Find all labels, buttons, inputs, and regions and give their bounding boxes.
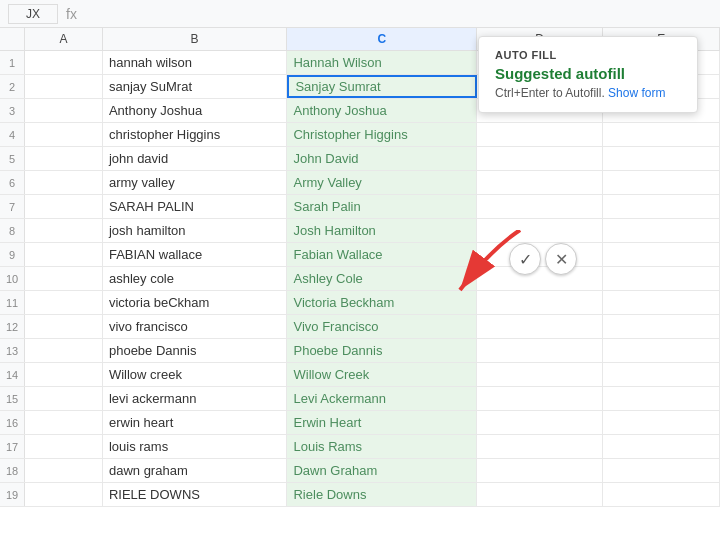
- cell-e[interactable]: [603, 267, 720, 290]
- table-row[interactable]: 12vivo franciscoVivo Francisco: [0, 315, 720, 339]
- cell-d[interactable]: [477, 291, 603, 314]
- cell-d[interactable]: [477, 171, 603, 194]
- cell-c[interactable]: Dawn Graham: [287, 459, 476, 482]
- cell-b[interactable]: hannah wilson: [103, 51, 288, 74]
- cell-b[interactable]: ashley cole: [103, 267, 288, 290]
- cell-b[interactable]: john david: [103, 147, 288, 170]
- cell-b[interactable]: Willow creek: [103, 363, 288, 386]
- show-form-link[interactable]: Show form: [608, 86, 665, 100]
- table-row[interactable]: 13phoebe DannisPhoebe Dannis: [0, 339, 720, 363]
- cell-c[interactable]: Ashley Cole: [287, 267, 476, 290]
- cell-e[interactable]: [603, 483, 720, 506]
- cell-c[interactable]: Sanjay Sumrat: [287, 75, 476, 98]
- cell-a[interactable]: [25, 291, 103, 314]
- cell-c[interactable]: Erwin Heart: [287, 411, 476, 434]
- cell-a[interactable]: [25, 339, 103, 362]
- table-row[interactable]: 4christopher HigginsChristopher Higgins: [0, 123, 720, 147]
- cell-c[interactable]: Victoria Beckham: [287, 291, 476, 314]
- table-row[interactable]: 18dawn grahamDawn Graham: [0, 459, 720, 483]
- cell-reference[interactable]: JX: [8, 4, 58, 24]
- cell-b[interactable]: phoebe Dannis: [103, 339, 288, 362]
- cell-c[interactable]: Phoebe Dannis: [287, 339, 476, 362]
- cell-b[interactable]: Anthony Joshua: [103, 99, 288, 122]
- table-row[interactable]: 15levi ackermannLevi Ackermann: [0, 387, 720, 411]
- cell-b[interactable]: RIELE DOWNS: [103, 483, 288, 506]
- cell-e[interactable]: [603, 315, 720, 338]
- cell-d[interactable]: [477, 219, 603, 242]
- cell-c[interactable]: Vivo Francisco: [287, 315, 476, 338]
- cell-a[interactable]: [25, 123, 103, 146]
- col-header-b[interactable]: B: [103, 28, 288, 50]
- cell-a[interactable]: [25, 171, 103, 194]
- table-row[interactable]: 17louis ramsLouis Rams: [0, 435, 720, 459]
- cell-a[interactable]: [25, 219, 103, 242]
- cell-b[interactable]: FABIAN wallace: [103, 243, 288, 266]
- table-row[interactable]: 16erwin heartErwin Heart: [0, 411, 720, 435]
- cell-e[interactable]: [603, 195, 720, 218]
- cell-c[interactable]: Louis Rams: [287, 435, 476, 458]
- cell-a[interactable]: [25, 363, 103, 386]
- cell-a[interactable]: [25, 99, 103, 122]
- cell-b[interactable]: sanjay SuMrat: [103, 75, 288, 98]
- cell-b[interactable]: victoria beCkham: [103, 291, 288, 314]
- cell-d[interactable]: [477, 147, 603, 170]
- cell-a[interactable]: [25, 483, 103, 506]
- cell-a[interactable]: [25, 387, 103, 410]
- cell-e[interactable]: [603, 411, 720, 434]
- cell-a[interactable]: [25, 243, 103, 266]
- cell-d[interactable]: [477, 435, 603, 458]
- cell-c[interactable]: Sarah Palin: [287, 195, 476, 218]
- table-row[interactable]: 11victoria beCkhamVictoria Beckham: [0, 291, 720, 315]
- cell-b[interactable]: army valley: [103, 171, 288, 194]
- cell-e[interactable]: [603, 339, 720, 362]
- cell-c[interactable]: Levi Ackermann: [287, 387, 476, 410]
- cell-b[interactable]: dawn graham: [103, 459, 288, 482]
- cell-b[interactable]: vivo francisco: [103, 315, 288, 338]
- cell-b[interactable]: levi ackermann: [103, 387, 288, 410]
- cell-b[interactable]: SARAH PALIN: [103, 195, 288, 218]
- cell-e[interactable]: [603, 219, 720, 242]
- cell-d[interactable]: [477, 363, 603, 386]
- cell-d[interactable]: [477, 339, 603, 362]
- cell-d[interactable]: [477, 387, 603, 410]
- table-row[interactable]: 14Willow creekWillow Creek: [0, 363, 720, 387]
- cell-c[interactable]: Josh Hamilton: [287, 219, 476, 242]
- cell-a[interactable]: [25, 51, 103, 74]
- table-row[interactable]: 6army valleyArmy Valley: [0, 171, 720, 195]
- cell-e[interactable]: [603, 291, 720, 314]
- cell-a[interactable]: [25, 267, 103, 290]
- cell-c[interactable]: Christopher Higgins: [287, 123, 476, 146]
- table-row[interactable]: 8josh hamiltonJosh Hamilton: [0, 219, 720, 243]
- reject-button[interactable]: ✕: [545, 243, 577, 275]
- cell-b[interactable]: louis rams: [103, 435, 288, 458]
- cell-c[interactable]: Hannah Wilson: [287, 51, 476, 74]
- cell-e[interactable]: [603, 387, 720, 410]
- cell-e[interactable]: [603, 171, 720, 194]
- cell-b[interactable]: erwin heart: [103, 411, 288, 434]
- cell-e[interactable]: [603, 147, 720, 170]
- cell-d[interactable]: [477, 195, 603, 218]
- table-row[interactable]: 9FABIAN wallaceFabian Wallace: [0, 243, 720, 267]
- cell-d[interactable]: [477, 411, 603, 434]
- cell-d[interactable]: [477, 315, 603, 338]
- cell-e[interactable]: [603, 459, 720, 482]
- table-row[interactable]: 7SARAH PALINSarah Palin: [0, 195, 720, 219]
- cell-c[interactable]: Anthony Joshua: [287, 99, 476, 122]
- cell-a[interactable]: [25, 75, 103, 98]
- cell-a[interactable]: [25, 435, 103, 458]
- table-row[interactable]: 5john davidJohn David: [0, 147, 720, 171]
- cell-c[interactable]: Army Valley: [287, 171, 476, 194]
- cell-a[interactable]: [25, 411, 103, 434]
- cell-d[interactable]: [477, 459, 603, 482]
- cell-e[interactable]: [603, 123, 720, 146]
- cell-c[interactable]: Riele Downs: [287, 483, 476, 506]
- cell-b[interactable]: josh hamilton: [103, 219, 288, 242]
- cell-e[interactable]: [603, 243, 720, 266]
- cell-e[interactable]: [603, 435, 720, 458]
- cell-c[interactable]: John David: [287, 147, 476, 170]
- cell-a[interactable]: [25, 315, 103, 338]
- cell-a[interactable]: [25, 195, 103, 218]
- cell-d[interactable]: [477, 483, 603, 506]
- cell-d[interactable]: [477, 123, 603, 146]
- col-header-c[interactable]: C: [287, 28, 477, 50]
